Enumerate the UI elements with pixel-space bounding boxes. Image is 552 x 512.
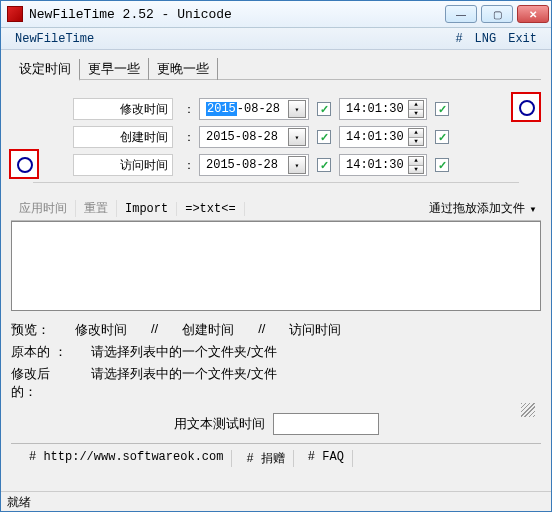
date-accessed[interactable]: 2015-08-28 ▾ (199, 154, 309, 176)
preview-label: 预览： (11, 321, 75, 339)
menu-hash[interactable]: # (449, 32, 468, 46)
titlebar[interactable]: NewFileTime 2.52 - Unicode — ▢ ✕ (1, 1, 551, 28)
colon: ： (183, 129, 195, 146)
menu-lng[interactable]: LNG (469, 32, 503, 46)
clock-icon[interactable] (9, 149, 39, 179)
preview-after-label: 修改后的： (11, 365, 75, 401)
footer-donate[interactable]: # 捐赠 (238, 450, 293, 467)
menu-app[interactable]: NewFileTime (9, 32, 100, 46)
test-time-label: 用文本测试时间 (174, 415, 265, 433)
preview-col-modified: 修改时间 (75, 321, 127, 339)
btn-apply-time[interactable]: 应用时间 (11, 200, 76, 217)
chevron-down-icon: ▼ (529, 205, 537, 214)
tab-later[interactable]: 更晚一些 (149, 58, 218, 80)
test-time-row: 用文本测试时间 (11, 413, 541, 435)
colon: ： (183, 101, 195, 118)
preview-original-label: 原本的 ： (11, 343, 75, 361)
minimize-button[interactable]: — (445, 5, 477, 23)
btn-reset[interactable]: 重置 (76, 200, 117, 217)
window-title: NewFileTime 2.52 - Unicode (29, 7, 445, 22)
spinner-icon[interactable]: ▲▼ (408, 128, 424, 146)
app-window: NewFileTime 2.52 - Unicode — ▢ ✕ NewFile… (0, 0, 552, 512)
clock-icon[interactable] (511, 92, 541, 122)
footer-url[interactable]: # http://www.softwareok.com (21, 450, 232, 467)
date-created[interactable]: 2015-08-28 ▾ (199, 126, 309, 148)
label-modified: 修改时间 (73, 98, 173, 120)
check-modified-time[interactable]: ✓ (435, 102, 449, 116)
close-button[interactable]: ✕ (517, 5, 549, 23)
row-accessed: 访问时间 ： 2015-08-28 ▾ ✓ 14:01:30 ▲▼ ✓ (73, 154, 519, 176)
row-modified: 修改时间 ： 2015-08-28 ▾ ✓ 14:01:30 ▲▼ ✓ (73, 98, 519, 120)
test-time-input[interactable] (273, 413, 379, 435)
file-list[interactable] (11, 221, 541, 311)
check-modified-date[interactable]: ✓ (317, 102, 331, 116)
menubar: NewFileTime # LNG Exit (1, 28, 551, 50)
resize-grip-icon[interactable] (521, 403, 535, 417)
label-created: 创建时间 (73, 126, 173, 148)
preview-after-hint: 请选择列表中的一个文件夹/文件 (91, 365, 277, 401)
check-created-time[interactable]: ✓ (435, 130, 449, 144)
spinner-icon[interactable]: ▲▼ (408, 100, 424, 118)
footer-faq[interactable]: # FAQ (300, 450, 353, 467)
colon: ： (183, 157, 195, 174)
calendar-drop-icon[interactable]: ▾ (288, 156, 306, 174)
app-icon (7, 6, 23, 22)
check-created-date[interactable]: ✓ (317, 130, 331, 144)
row-created: 创建时间 ： 2015-08-28 ▾ ✓ 14:01:30 ▲▼ ✓ (73, 126, 519, 148)
preview-col-accessed: 访问时间 (289, 321, 341, 339)
status-bar: 就绪 (1, 491, 551, 511)
label-accessed: 访问时间 (73, 154, 173, 176)
time-modified[interactable]: 14:01:30 ▲▼ (339, 98, 427, 120)
btn-txt[interactable]: =>txt<= (177, 202, 244, 216)
preview-original-hint: 请选择列表中的一个文件夹/文件 (91, 343, 277, 361)
time-rows: 修改时间 ： 2015-08-28 ▾ ✓ 14:01:30 ▲▼ ✓ 创建时间… (11, 98, 541, 191)
time-accessed[interactable]: 14:01:30 ▲▼ (339, 154, 427, 176)
toolbar: 应用时间 重置 Import =>txt<= 通过拖放添加文件▼ (11, 197, 541, 221)
tab-set-time[interactable]: 设定时间 (11, 59, 80, 81)
drop-files-hint[interactable]: 通过拖放添加文件▼ (245, 200, 541, 217)
maximize-button[interactable]: ▢ (481, 5, 513, 23)
preview-col-created: 创建时间 (182, 321, 234, 339)
time-created[interactable]: 14:01:30 ▲▼ (339, 126, 427, 148)
date-modified[interactable]: 2015-08-28 ▾ (199, 98, 309, 120)
check-accessed-time[interactable]: ✓ (435, 158, 449, 172)
btn-import[interactable]: Import (117, 202, 177, 216)
check-accessed-date[interactable]: ✓ (317, 158, 331, 172)
menu-exit[interactable]: Exit (502, 32, 543, 46)
preview: 预览： 修改时间 // 创建时间 // 访问时间 原本的 ： 请选择列表中的一个… (11, 321, 541, 443)
footer: # http://www.softwareok.com # 捐赠 # FAQ (11, 443, 541, 473)
calendar-drop-icon[interactable]: ▾ (288, 128, 306, 146)
spinner-icon[interactable]: ▲▼ (408, 156, 424, 174)
calendar-drop-icon[interactable]: ▾ (288, 100, 306, 118)
tabs: 设定时间 更早一些 更晚一些 (11, 58, 541, 80)
tab-earlier[interactable]: 更早一些 (80, 58, 149, 80)
